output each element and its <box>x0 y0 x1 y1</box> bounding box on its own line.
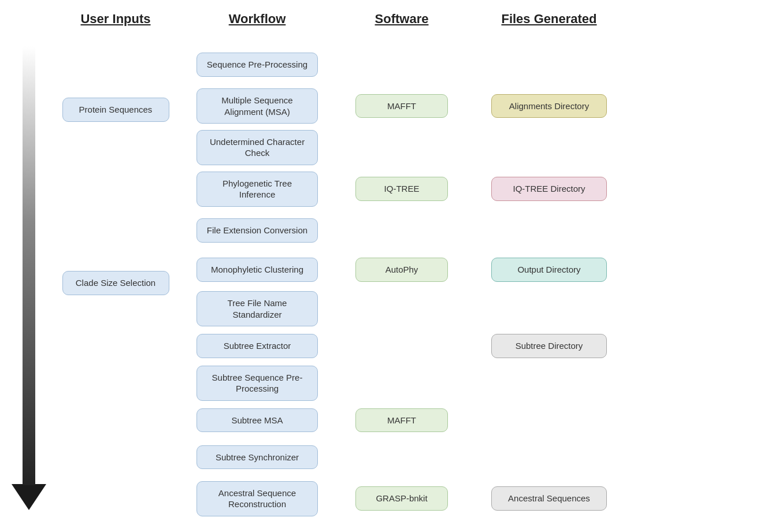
clade-size-box: Clade Size Selection <box>62 271 169 295</box>
protein-sequences-row: Protein Sequences <box>52 87 179 133</box>
spacer-row3 <box>52 133 179 174</box>
software-row-4: IQ-TREE <box>335 167 468 211</box>
software-column: Software MAFFT IQ-TREE AutoPhy <box>335 12 468 520</box>
files-row-1 <box>468 45 630 84</box>
user-inputs-header: User Inputs <box>52 12 179 35</box>
workflow-row-12: Ancestral Sequence Reconstruction <box>179 477 335 520</box>
software-row-10: MAFFT <box>335 403 468 437</box>
files-row-8: Subtree Directory <box>468 329 630 363</box>
protein-sequences-box: Protein Sequences <box>62 98 169 122</box>
software-row-1 <box>335 45 468 84</box>
software-header: Software <box>335 12 468 35</box>
workflow-box-step7: Tree File Name Standardizer <box>197 291 318 326</box>
workflow-box-step3: Undetermined Character Check <box>197 130 318 165</box>
files-subtree-dir: Subtree Directory <box>491 334 607 358</box>
files-row-10 <box>468 403 630 437</box>
workflow-box-step2: Multiple Sequence Alignment (MSA) <box>197 88 318 124</box>
user-inputs-column: User Inputs Protein Sequences Clade Size… <box>52 12 179 520</box>
files-row-11 <box>468 438 630 477</box>
files-alignments-dir: Alignments Directory <box>491 94 607 118</box>
workflow-box-step1: Sequence Pre-Processing <box>197 53 318 77</box>
gradient-bar <box>23 46 35 485</box>
software-row-3 <box>335 128 468 167</box>
workflow-column: Workflow Sequence Pre-Processing Multipl… <box>179 12 335 520</box>
files-iqtree-dir: IQ-TREE Directory <box>491 177 607 201</box>
workflow-row-6: Monophyletic Clustering <box>179 250 335 289</box>
software-row-8 <box>335 329 468 363</box>
files-header: Files Generated <box>468 12 630 35</box>
workflow-row-2: Multiple Sequence Alignment (MSA) <box>179 84 335 128</box>
main-grid: User Inputs Protein Sequences Clade Size… <box>52 12 765 520</box>
workflow-box-step8: Subtree Extractor <box>197 334 318 358</box>
files-column: Files Generated Alignments Directory IQ-… <box>468 12 630 520</box>
software-row-12: GRASP-bnkit <box>335 477 468 520</box>
files-row-7 <box>468 289 630 329</box>
workflow-box-step6: Monophyletic Clustering <box>197 258 318 282</box>
files-output-dir: Output Directory <box>491 258 607 282</box>
spacer-row4 <box>52 174 179 221</box>
software-row-2: MAFFT <box>335 84 468 128</box>
software-autophy: AutoPhy <box>355 258 448 282</box>
workflow-row-4: Phylogenetic Tree Inference <box>179 167 335 211</box>
workflow-box-step12: Ancestral Sequence Reconstruction <box>197 481 318 516</box>
workflow-box-step9: Subtree Sequence Pre-Processing <box>197 366 318 401</box>
workflow-box-step4: Phylogenetic Tree Inference <box>197 172 318 207</box>
software-row-9 <box>335 363 468 403</box>
files-row-3 <box>468 128 630 167</box>
workflow-row-10: Subtree MSA <box>179 403 335 437</box>
workflow-row-7: Tree File Name Standardizer <box>179 289 335 329</box>
arrow-down-icon <box>12 484 46 510</box>
workflow-row-1: Sequence Pre-Processing <box>179 45 335 84</box>
files-row-9 <box>468 363 630 403</box>
workflow-box-step11: Subtree Synchronizer <box>197 445 318 470</box>
software-row-11 <box>335 438 468 477</box>
files-row-4: IQ-TREE Directory <box>468 167 630 211</box>
workflow-box-step5: File Extension Conversion <box>197 218 318 243</box>
software-iqtree: IQ-TREE <box>355 177 448 201</box>
workflow-header: Workflow <box>179 12 335 35</box>
spacer-row5 <box>52 221 179 262</box>
arrow-column <box>6 12 52 520</box>
workflow-row-11: Subtree Synchronizer <box>179 438 335 477</box>
files-ancestral-seq: Ancestral Sequences <box>491 486 607 511</box>
workflow-row-5: File Extension Conversion <box>179 211 335 250</box>
software-mafft-1: MAFFT <box>355 94 448 118</box>
diagram-container: User Inputs Protein Sequences Clade Size… <box>0 0 771 532</box>
software-grasp: GRASP-bnkit <box>355 486 448 511</box>
software-mafft-2: MAFFT <box>355 408 448 433</box>
clade-size-row: Clade Size Selection <box>52 262 179 304</box>
files-row-6: Output Directory <box>468 250 630 289</box>
files-row-12: Ancestral Sequences <box>468 477 630 520</box>
spacer-row1 <box>52 45 179 87</box>
software-row-7 <box>335 289 468 329</box>
files-row-2: Alignments Directory <box>468 84 630 128</box>
software-row-6: AutoPhy <box>335 250 468 289</box>
software-row-5 <box>335 211 468 250</box>
files-row-5 <box>468 211 630 250</box>
workflow-row-9: Subtree Sequence Pre-Processing <box>179 363 335 403</box>
workflow-row-3: Undetermined Character Check <box>179 128 335 167</box>
workflow-row-8: Subtree Extractor <box>179 329 335 363</box>
workflow-box-step10: Subtree MSA <box>197 408 318 433</box>
